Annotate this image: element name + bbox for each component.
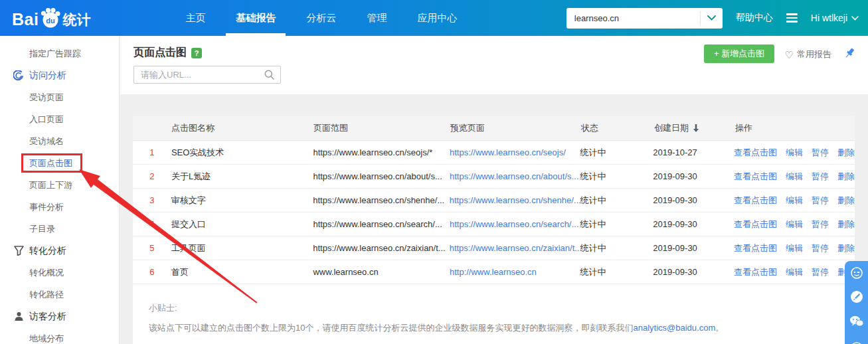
analytics-email-link[interactable]: analytics@baidu.com [633, 323, 715, 333]
row-number: 1 [149, 147, 154, 157]
preview-page-link[interactable]: http://www.learnseo.cn [450, 267, 537, 277]
feedback-pencil-icon[interactable] [845, 285, 868, 309]
person-icon [13, 311, 24, 322]
table-row: 1SEO实战技术https://www.learnseo.cn/seojs/*h… [133, 141, 855, 165]
tips-text: 该站点下可以建立的点击图个数上限为10个，请使用百度统计分析云提供的企业级数据服… [149, 323, 633, 333]
pause-link[interactable]: 暂停 [812, 266, 829, 278]
view-clickmap-link[interactable]: 查看点击图 [734, 218, 777, 230]
list-menu-icon[interactable] [786, 13, 798, 23]
sidebar-item-label: 指定广告跟踪 [29, 48, 81, 60]
add-clickmap-button[interactable]: + 新增点击图 [704, 44, 774, 63]
pause-link[interactable]: 暂停 [812, 147, 829, 159]
col-page-range: 页面范围 [313, 122, 450, 134]
sidebar-item-label: 页面点击图 [29, 157, 72, 169]
page-range: https://www.learnseo.cn/shenhe/... [313, 195, 444, 205]
row-number: 6 [149, 267, 154, 277]
status-text: 统计中 [580, 171, 606, 181]
partial-bottom-icon[interactable] [845, 333, 868, 344]
sidebar-item-label: 事件分析 [29, 201, 64, 213]
edit-link[interactable]: 编辑 [786, 171, 803, 183]
pause-link[interactable]: 暂停 [812, 242, 829, 254]
edit-link[interactable]: 编辑 [786, 266, 803, 278]
sidebar-item-地域分布[interactable]: 地域分布 [0, 327, 119, 344]
sidebar-item-label: 受访域名 [29, 135, 64, 147]
sidebar-item-页面上下游[interactable]: 页面上下游 [0, 174, 119, 196]
chevron-down-icon[interactable] [700, 11, 723, 25]
pause-link[interactable]: 暂停 [812, 218, 829, 230]
sidebar-item-label: 访客分析 [29, 311, 66, 323]
sort-desc-icon[interactable] [693, 124, 699, 132]
delete-link[interactable]: 删除 [837, 218, 855, 230]
customer-service-icon[interactable] [845, 261, 868, 285]
preview-page-link[interactable]: https://www.learnseo.cn/about/s... [450, 171, 578, 181]
view-clickmap-link[interactable]: 查看点击图 [734, 147, 777, 159]
nav-item-1[interactable]: 基础报告 [220, 0, 291, 36]
created-date: 2019-09-30 [653, 243, 697, 253]
edit-link[interactable]: 编辑 [786, 218, 803, 230]
delete-link[interactable]: 删除 [837, 147, 855, 159]
sidebar-item-访问分析[interactable]: 访问分析 [0, 64, 119, 86]
wechat-icon[interactable] [845, 309, 868, 333]
help-center-link[interactable]: 帮助中心 [736, 12, 773, 24]
created-date: 2019-09-30 [653, 219, 697, 229]
status-text: 统计中 [580, 195, 606, 205]
col-actions: 操作 [735, 122, 855, 134]
preview-page-link[interactable]: https://www.learnseo.cn/search/... [450, 219, 578, 229]
status-text: 统计中 [580, 243, 606, 253]
table-row: 6首页www.learnseo.cnhttp://www.learnseo.cn… [133, 260, 855, 284]
pause-link[interactable]: 暂停 [812, 195, 829, 207]
delete-link[interactable]: 删除 [837, 171, 855, 183]
pin-icon[interactable] [843, 46, 856, 62]
sidebar-item-入口页面[interactable]: 入口页面 [0, 108, 119, 130]
status-text: 统计中 [580, 219, 606, 229]
preview-page-link[interactable]: https://www.learnseo.cn/zaixian/t... [450, 243, 582, 253]
sidebar-item-label: 地域分布 [29, 333, 64, 344]
edit-link[interactable]: 编辑 [786, 242, 803, 254]
preview-page-link[interactable]: https://www.learnseo.cn/seojs/ [450, 147, 566, 157]
view-clickmap-link[interactable]: 查看点击图 [734, 242, 777, 254]
view-clickmap-link[interactable]: 查看点击图 [734, 171, 777, 183]
search-icon[interactable] [264, 70, 274, 80]
nav-item-3[interactable]: 管理 [351, 0, 402, 36]
edit-link[interactable]: 编辑 [786, 147, 803, 159]
favorite-reports-button[interactable]: ♡ 常用报告 [785, 48, 831, 60]
paw-icon: du [39, 5, 62, 31]
user-menu[interactable]: Hi wtlkeji [811, 13, 859, 23]
edit-link[interactable]: 编辑 [786, 195, 803, 207]
clickmap-table-card: 点击图名称 页面范围 预览页面 状态 创建日期 操作 1SEO实战技术https… [133, 116, 855, 344]
nav-item-2[interactable]: 分析云 [291, 0, 351, 36]
sidebar-item-受访页面[interactable]: 受访页面 [0, 86, 119, 108]
view-clickmap-link[interactable]: 查看点击图 [734, 195, 777, 207]
nav-item-4[interactable]: 应用中心 [402, 0, 472, 36]
sidebar-item-转化路径[interactable]: 转化路径 [0, 284, 119, 305]
clickmap-name: SEO实战技术 [171, 147, 224, 157]
main-content: 页面点击图 ? + 新增点击图 ♡ 常用报告 [120, 36, 868, 344]
clickmap-name: 首页 [171, 267, 189, 277]
sidebar-item-转化概况[interactable]: 转化概况 [0, 262, 119, 284]
page-range: https://www.learnseo.cn/search/... [313, 219, 442, 229]
created-date: 2019-09-30 [653, 171, 697, 181]
sidebar-item-页面点击图[interactable]: 页面点击图 [0, 152, 119, 174]
view-clickmap-link[interactable]: 查看点击图 [734, 266, 777, 278]
created-date: 2019-10-27 [653, 147, 697, 157]
sidebar-item-受访域名[interactable]: 受访域名 [0, 130, 119, 152]
sidebar-item-子目录[interactable]: 子目录 [0, 218, 119, 240]
pause-link[interactable]: 暂停 [812, 171, 829, 183]
preview-page-link[interactable]: https://www.learnseo.cn/shenhe/... [450, 195, 581, 205]
site-selector[interactable]: learnseo.cn [566, 8, 723, 29]
col-created-date: 创建日期 [654, 122, 689, 134]
row-number: 2 [149, 171, 154, 181]
table-row: 4提交入口https://www.learnseo.cn/search/...h… [133, 213, 855, 236]
url-search-input[interactable] [134, 70, 264, 80]
sidebar-item-访客分析[interactable]: 访客分析 [0, 305, 119, 327]
sidebar-item-转化分析[interactable]: 转化分析 [0, 240, 119, 262]
url-search-box [133, 66, 281, 84]
delete-link[interactable]: 删除 [837, 242, 855, 254]
status-text: 统计中 [580, 147, 606, 157]
baidu-tongji-logo: Bai du 统计 [12, 5, 90, 31]
help-question-badge[interactable]: ? [191, 48, 202, 58]
delete-link[interactable]: 删除 [837, 195, 855, 207]
nav-item-0[interactable]: 主页 [170, 0, 220, 36]
sidebar-item-事件分析[interactable]: 事件分析 [0, 196, 119, 218]
sidebar-item-指定广告跟踪[interactable]: 指定广告跟踪 [0, 43, 119, 64]
